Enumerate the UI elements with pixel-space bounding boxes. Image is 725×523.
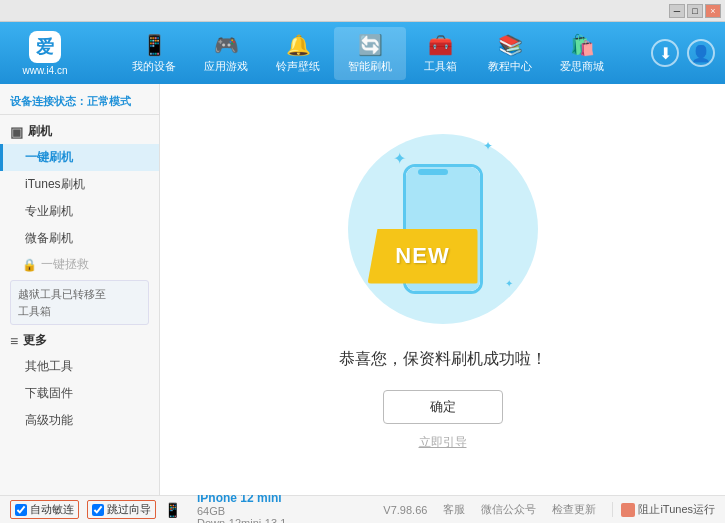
check-update-link[interactable]: 检查更新 <box>552 502 596 517</box>
toolbox-icon: 🧰 <box>428 33 453 57</box>
account-btn[interactable]: 👤 <box>687 39 715 67</box>
flash-section-label: 刷机 <box>28 123 52 140</box>
nav-item-apps-games[interactable]: 🎮 应用游戏 <box>190 27 262 80</box>
more-section-title[interactable]: ≡ 更多 <box>0 328 159 353</box>
nav-item-my-device[interactable]: 📱 我的设备 <box>118 27 190 80</box>
onekey-rescue-section: 🔒 一键拯救 <box>0 252 159 277</box>
auto-connect-checkbox-item: 自动敏连 <box>10 500 79 519</box>
setup-link[interactable]: 立即引导 <box>419 434 467 451</box>
flash-section-title[interactable]: ▣ 刷机 <box>0 119 159 144</box>
sidebar-item-pro-flash[interactable]: 专业刷机 <box>0 198 159 225</box>
mall-label: 爱思商城 <box>560 59 604 74</box>
nav-item-ringtones[interactable]: 🔔 铃声壁纸 <box>262 27 334 80</box>
wechat-official-link[interactable]: 微信公众号 <box>481 502 536 517</box>
ringtones-icon: 🔔 <box>286 33 311 57</box>
version-label: V7.98.66 <box>383 504 427 516</box>
nav-item-toolbox[interactable]: 🧰 工具箱 <box>406 27 474 80</box>
status-label: 设备连接状态： <box>10 95 87 107</box>
smart-flash-icon: 🔄 <box>358 33 383 57</box>
bottom-bar: 自动敏连 跳过向导 📱 iPhone 12 mini 64GB Down-12m… <box>0 495 725 523</box>
sidebar-item-download-firmware[interactable]: 下载固件 <box>0 380 159 407</box>
sidebar: 设备连接状态：正常模式 ▣ 刷机 一键刷机 iTunes刷机 专业刷机 微备刷机… <box>0 84 160 495</box>
nav-item-smart-flash[interactable]: 🔄 智能刷机 <box>334 27 406 80</box>
logo-url: www.i4.cn <box>22 65 67 76</box>
confirm-button[interactable]: 确定 <box>383 390 503 424</box>
my-device-label: 我的设备 <box>132 59 176 74</box>
sidebar-item-other-tools[interactable]: 其他工具 <box>0 353 159 380</box>
apps-games-label: 应用游戏 <box>204 59 248 74</box>
logo-icon: 爱 <box>29 31 61 63</box>
itunes-icon <box>621 503 635 517</box>
smart-flash-label: 智能刷机 <box>348 59 392 74</box>
ribbon-shape: NEW <box>368 229 478 284</box>
lock-icon: 🔒 <box>22 258 37 272</box>
nav-items: 📱 我的设备 🎮 应用游戏 🔔 铃声壁纸 🔄 智能刷机 🧰 工具箱 📚 教程中心… <box>95 27 641 80</box>
new-ribbon: NEW <box>368 229 478 284</box>
customer-service-link[interactable]: 客服 <box>443 502 465 517</box>
bottom-right: V7.98.66 客服 微信公众号 检查更新 阻止iTunes运行 <box>383 502 715 517</box>
device-phone-icon: 📱 <box>164 502 181 518</box>
title-bar: ─ □ × <box>0 0 725 22</box>
rescue-note: 越狱工具已转移至工具箱 <box>10 280 149 325</box>
auto-connect-checkbox[interactable] <box>15 504 27 516</box>
tutorials-icon: 📚 <box>498 33 523 57</box>
itunes-label: 阻止iTunes运行 <box>638 502 715 517</box>
device-status: 设备连接状态：正常模式 <box>0 89 159 115</box>
sparkle-left: ✦ <box>393 149 406 168</box>
status-value: 正常模式 <box>87 95 131 107</box>
success-title: 恭喜您，保资料刷机成功啦！ <box>339 349 547 370</box>
flash-section-icon: ▣ <box>10 124 23 140</box>
nav-item-tutorials[interactable]: 📚 教程中心 <box>474 27 546 80</box>
logo-area: 爱 www.i4.cn <box>10 31 80 76</box>
tutorials-label: 教程中心 <box>488 59 532 74</box>
close-btn[interactable]: × <box>705 4 721 18</box>
sparkle-bottom-right: ✦ <box>505 278 513 289</box>
ringtones-label: 铃声壁纸 <box>276 59 320 74</box>
top-nav: 爱 www.i4.cn 📱 我的设备 🎮 应用游戏 🔔 铃声壁纸 🔄 智能刷机 … <box>0 22 725 84</box>
apps-games-icon: 🎮 <box>214 33 239 57</box>
mall-icon: 🛍️ <box>570 33 595 57</box>
device-model: Down-12mini-13,1 <box>197 517 286 524</box>
download-btn[interactable]: ⬇ <box>651 39 679 67</box>
skip-wizard-checkbox-item: 跳过向导 <box>87 500 156 519</box>
sparkle-top-right: ✦ <box>483 139 493 153</box>
main-layout: 设备连接状态：正常模式 ▣ 刷机 一键刷机 iTunes刷机 专业刷机 微备刷机… <box>0 84 725 495</box>
nav-right: ⬇ 👤 <box>651 39 715 67</box>
onekey-rescue-label: 一键拯救 <box>41 256 89 273</box>
sidebar-item-advanced[interactable]: 高级功能 <box>0 407 159 434</box>
minimize-btn[interactable]: ─ <box>669 4 685 18</box>
maximize-btn[interactable]: □ <box>687 4 703 18</box>
device-storage: 64GB <box>197 505 286 517</box>
skip-wizard-checkbox[interactable] <box>92 504 104 516</box>
ribbon-text: NEW <box>395 243 449 269</box>
nav-item-mall[interactable]: 🛍️ 爱思商城 <box>546 27 618 80</box>
my-device-icon: 📱 <box>142 33 167 57</box>
bottom-left: 自动敏连 跳过向导 📱 iPhone 12 mini 64GB Down-12m… <box>10 491 286 524</box>
auto-connect-label[interactable]: 自动敏连 <box>30 502 74 517</box>
illustration: ✦ ✦ ✦ NEW <box>343 129 543 329</box>
skip-wizard-label[interactable]: 跳过向导 <box>107 502 151 517</box>
sidebar-item-itunes-flash[interactable]: iTunes刷机 <box>0 171 159 198</box>
sidebar-item-onekey-flash[interactable]: 一键刷机 <box>0 144 159 171</box>
content-area: ✦ ✦ ✦ NEW 恭喜您，保资料刷机成功啦！ 确定 立即引导 <box>160 84 725 495</box>
more-section-icon: ≡ <box>10 333 18 349</box>
device-info: iPhone 12 mini 64GB Down-12mini-13,1 <box>197 491 286 524</box>
phone-notch <box>418 169 448 175</box>
sidebar-item-micro-flash[interactable]: 微备刷机 <box>0 225 159 252</box>
more-section-label: 更多 <box>23 332 47 349</box>
toolbox-label: 工具箱 <box>424 59 457 74</box>
itunes-control[interactable]: 阻止iTunes运行 <box>612 502 715 517</box>
